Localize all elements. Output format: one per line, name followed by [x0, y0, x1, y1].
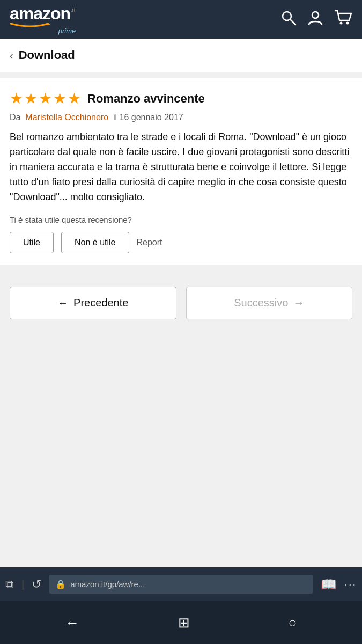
browser-bar: ⧉ | ↺ 🔒 amazon.it/gp/aw/re... 📖 ···: [0, 567, 362, 601]
header: amazon .it prime: [0, 0, 362, 39]
refresh-icon[interactable]: ↺: [32, 577, 41, 591]
logo-suffix: .it: [70, 6, 76, 14]
back-chevron-icon[interactable]: ‹: [10, 49, 13, 62]
copy-icon[interactable]: ⧉: [5, 577, 14, 591]
url-text: amazon.it/gp/aw/re...: [70, 580, 145, 589]
review-date: il 16 gennaio 2017: [113, 113, 183, 122]
next-arrow-icon: →: [293, 297, 304, 309]
star-3: ★: [39, 90, 52, 107]
prev-label: Precedente: [73, 297, 128, 309]
helpful-question: Ti è stata utile questa recensione?: [10, 215, 352, 224]
prev-button[interactable]: ← Precedente: [10, 287, 176, 319]
star-2: ★: [24, 90, 38, 107]
system-home-icon[interactable]: ⊞: [178, 614, 190, 631]
url-bar[interactable]: 🔒 amazon.it/gp/aw/re...: [49, 575, 313, 594]
next-button[interactable]: Successivo →: [186, 287, 353, 319]
svg-point-3: [312, 12, 319, 18]
review-header: ★ ★ ★ ★ ★ Romanzo avvincente: [10, 90, 352, 107]
star-rating: ★ ★ ★ ★ ★: [10, 90, 81, 107]
star-1: ★: [10, 90, 23, 107]
amazon-logo[interactable]: amazon .it prime: [10, 4, 76, 35]
review-body: Bel romanzo ambientato tra le strade e i…: [10, 130, 352, 204]
account-icon[interactable]: [307, 10, 323, 30]
star-4: ★: [53, 90, 67, 107]
next-label: Successivo: [234, 297, 288, 309]
utile-button[interactable]: Utile: [10, 232, 54, 253]
svg-point-4: [340, 21, 343, 24]
author-line: Da Maristella Occhionero il 16 gennaio 2…: [10, 113, 352, 122]
system-nav-bar: ← ⊞ ○: [0, 601, 362, 644]
header-icons: [280, 10, 352, 30]
prev-arrow-icon: ←: [57, 297, 68, 309]
review-title: Romanzo avvincente: [87, 92, 205, 106]
review-content: ★ ★ ★ ★ ★ Romanzo avvincente Da Maristel…: [0, 78, 362, 265]
author-prefix: Da: [10, 113, 20, 122]
author-name-link[interactable]: Maristella Occhionero: [25, 113, 108, 122]
search-icon[interactable]: [280, 10, 297, 30]
back-bar[interactable]: ‹ Download: [0, 39, 362, 72]
nav-buttons-area: ← Precedente Successivo →: [0, 270, 362, 335]
lock-icon: 🔒: [55, 579, 66, 589]
cart-icon[interactable]: [334, 10, 352, 30]
back-title: Download: [19, 48, 75, 62]
star-5: ★: [68, 90, 81, 107]
system-search-icon[interactable]: ○: [288, 614, 297, 631]
system-back-icon[interactable]: ←: [65, 614, 79, 631]
svg-point-5: [346, 21, 349, 24]
svg-line-2: [290, 19, 295, 25]
logo-prime: prime: [10, 27, 76, 35]
logo-text: amazon: [10, 4, 70, 24]
report-button[interactable]: Report: [137, 238, 162, 247]
reader-icon[interactable]: 📖: [321, 577, 337, 592]
more-icon[interactable]: ···: [344, 578, 357, 590]
non-utile-button[interactable]: Non è utile: [61, 232, 129, 253]
helpful-buttons: Utile Non è utile Report: [10, 232, 352, 253]
